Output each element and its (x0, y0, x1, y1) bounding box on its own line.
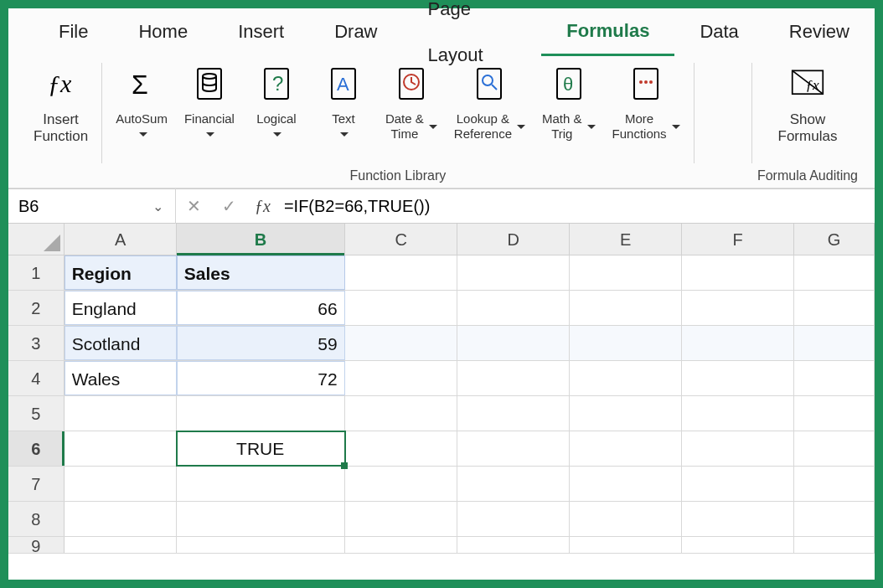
cell-A1[interactable]: Region (65, 255, 177, 290)
cell-G6[interactable] (794, 431, 875, 466)
cell-A5[interactable] (65, 396, 177, 431)
cell-G1[interactable] (794, 255, 875, 290)
tab-insert[interactable]: Insert (213, 8, 309, 54)
cell-D2[interactable] (457, 291, 570, 325)
col-header-D[interactable]: D (457, 224, 570, 255)
cell-B1[interactable]: Sales (177, 255, 345, 290)
cell-B9[interactable] (177, 537, 345, 553)
cell-E9[interactable] (570, 537, 682, 553)
cell-E6[interactable] (570, 431, 682, 466)
col-header-A[interactable]: A (65, 224, 177, 255)
cell-A3[interactable]: Scotland (65, 326, 177, 360)
tab-data[interactable]: Data (674, 8, 763, 54)
cell-C1[interactable] (345, 255, 457, 290)
cell-F4[interactable] (682, 361, 794, 395)
cell-E7[interactable] (570, 467, 682, 501)
cell-F9[interactable] (682, 537, 794, 553)
financial-dropdown[interactable]: Financial (176, 63, 243, 141)
cell-F2[interactable] (682, 291, 794, 325)
fx-icon[interactable]: ƒx (246, 197, 279, 216)
row-header-7[interactable]: 7 (8, 467, 65, 501)
cell-E3[interactable] (570, 326, 682, 360)
cell-G4[interactable] (794, 361, 875, 395)
cell-C2[interactable] (345, 291, 457, 325)
date-time-dropdown[interactable]: Date &Time (377, 63, 446, 142)
row-header-9[interactable]: 9 (8, 537, 65, 553)
cell-F8[interactable] (682, 502, 794, 536)
cell-C8[interactable] (345, 502, 457, 536)
cell-G8[interactable] (794, 502, 875, 536)
cell-F6[interactable] (682, 431, 794, 466)
cell-A9[interactable] (65, 537, 177, 553)
col-header-B[interactable]: B (177, 224, 345, 255)
cell-F3[interactable] (682, 326, 794, 360)
cell-D7[interactable] (457, 467, 570, 501)
cell-B4[interactable]: 72 (177, 361, 345, 395)
col-header-E[interactable]: E (570, 224, 682, 255)
tab-home[interactable]: Home (113, 8, 213, 54)
text-dropdown[interactable]: A Text (310, 63, 377, 141)
cell-B3[interactable]: 59 (177, 326, 345, 360)
cell-E1[interactable] (570, 255, 682, 290)
insert-function-button[interactable]: ƒx InsertFunction (25, 63, 96, 146)
tab-file[interactable]: File (34, 8, 113, 54)
cell-E2[interactable] (570, 291, 682, 325)
cell-B5[interactable] (177, 396, 345, 431)
cell-E4[interactable] (570, 361, 682, 395)
row-header-5[interactable]: 5 (8, 396, 65, 431)
cell-B8[interactable] (177, 502, 345, 536)
row-header-3[interactable]: 3 (8, 326, 65, 360)
tab-draw[interactable]: Draw (309, 8, 402, 54)
select-all-corner[interactable] (8, 224, 65, 255)
cell-A2[interactable]: England (65, 291, 177, 325)
cell-C7[interactable] (345, 467, 457, 501)
cell-G5[interactable] (794, 396, 875, 431)
cell-D3[interactable] (457, 326, 570, 360)
cell-F1[interactable] (682, 255, 794, 290)
name-box[interactable]: B6 ⌄ (8, 188, 176, 224)
cell-C5[interactable] (345, 396, 457, 431)
cell-A8[interactable] (65, 502, 177, 536)
cell-B7[interactable] (177, 467, 345, 501)
cell-C9[interactable] (345, 537, 457, 553)
cell-A4[interactable]: Wales (65, 361, 177, 395)
cell-D9[interactable] (457, 537, 570, 553)
cell-D8[interactable] (457, 502, 570, 536)
lookup-reference-dropdown[interactable]: Lookup &Reference (446, 63, 534, 142)
logical-dropdown[interactable]: ? Logical (243, 63, 310, 141)
cell-D1[interactable] (457, 255, 570, 290)
row-header-6[interactable]: 6 (8, 431, 65, 466)
cancel-formula-button[interactable]: ✕ (176, 196, 211, 216)
autosum-dropdown[interactable]: Σ AutoSum (107, 63, 176, 141)
more-functions-dropdown[interactable]: MoreFunctions (604, 63, 689, 142)
cell-D5[interactable] (457, 396, 570, 431)
cell-C6[interactable] (345, 431, 457, 466)
cell-G2[interactable] (794, 291, 875, 325)
row-header-1[interactable]: 1 (8, 255, 65, 290)
cell-A6[interactable] (65, 431, 177, 466)
cell-D6[interactable] (457, 431, 570, 466)
cell-G3[interactable] (794, 326, 875, 360)
cell-B6[interactable]: TRUE (177, 431, 345, 466)
cell-F7[interactable] (682, 467, 794, 501)
show-formulas-button[interactable]: ƒx ShowFormulas (770, 63, 846, 146)
accept-formula-button[interactable]: ✓ (211, 196, 246, 216)
cell-F5[interactable] (682, 396, 794, 431)
cell-E8[interactable] (570, 502, 682, 536)
tab-formulas[interactable]: Formulas (541, 8, 674, 56)
math-trig-dropdown[interactable]: θ Math &Trig (534, 63, 604, 142)
tab-review[interactable]: Review (764, 8, 875, 54)
col-header-F[interactable]: F (682, 224, 794, 255)
row-header-2[interactable]: 2 (8, 291, 65, 325)
col-header-C[interactable]: C (345, 224, 457, 255)
cell-B2[interactable]: 66 (177, 291, 345, 325)
cell-D4[interactable] (457, 361, 570, 395)
formula-input[interactable] (279, 190, 875, 222)
cell-C3[interactable] (345, 326, 457, 360)
cell-G7[interactable] (794, 467, 875, 501)
cell-C4[interactable] (345, 361, 457, 395)
col-header-G[interactable]: G (794, 224, 875, 255)
cell-E5[interactable] (570, 396, 682, 431)
cell-A7[interactable] (65, 467, 177, 501)
row-header-4[interactable]: 4 (8, 361, 65, 395)
